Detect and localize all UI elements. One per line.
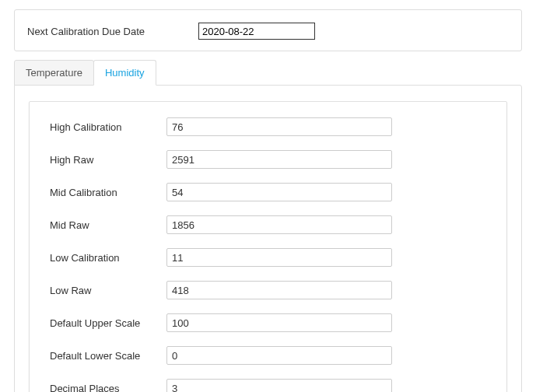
calibration-form-panel: High Calibration High Raw Mid Calibratio… bbox=[29, 101, 507, 392]
row-high-calibration: High Calibration bbox=[50, 117, 486, 136]
row-low-calibration: Low Calibration bbox=[50, 248, 486, 267]
input-mid-calibration[interactable] bbox=[166, 183, 392, 201]
label-low-raw: Low Raw bbox=[50, 285, 166, 296]
input-mid-raw[interactable] bbox=[166, 215, 392, 234]
input-low-raw[interactable] bbox=[166, 281, 392, 299]
row-low-raw: Low Raw bbox=[50, 281, 486, 299]
label-low-calibration: Low Calibration bbox=[50, 252, 166, 264]
tab-panel-humidity: High Calibration High Raw Mid Calibratio… bbox=[14, 85, 522, 392]
calibration-date-box: Next Calibration Due Date bbox=[14, 9, 522, 51]
label-high-calibration: High Calibration bbox=[50, 121, 166, 133]
input-decimal-places[interactable] bbox=[166, 379, 392, 392]
label-default-lower-scale: Default Lower Scale bbox=[50, 350, 166, 362]
row-default-lower-scale: Default Lower Scale bbox=[50, 346, 486, 365]
label-mid-calibration: Mid Calibration bbox=[50, 187, 166, 198]
input-low-calibration[interactable] bbox=[166, 248, 392, 267]
label-high-raw: High Raw bbox=[50, 154, 166, 166]
input-default-lower-scale[interactable] bbox=[166, 346, 392, 365]
label-mid-raw: Mid Raw bbox=[50, 219, 166, 231]
input-high-raw[interactable] bbox=[166, 150, 392, 169]
calibration-date-label: Next Calibration Due Date bbox=[27, 26, 198, 37]
input-high-calibration[interactable] bbox=[166, 117, 392, 136]
row-mid-raw: Mid Raw bbox=[50, 215, 486, 234]
row-mid-calibration: Mid Calibration bbox=[50, 183, 486, 201]
label-default-upper-scale: Default Upper Scale bbox=[50, 317, 166, 329]
tabs: Temperature Humidity bbox=[14, 60, 522, 86]
label-decimal-places: Decimal Places bbox=[50, 383, 166, 393]
row-high-raw: High Raw bbox=[50, 150, 486, 169]
tab-humidity[interactable]: Humidity bbox=[93, 60, 156, 86]
calibration-date-input[interactable] bbox=[198, 23, 315, 40]
input-default-upper-scale[interactable] bbox=[166, 313, 392, 332]
row-decimal-places: Decimal Places bbox=[50, 379, 486, 392]
tab-temperature[interactable]: Temperature bbox=[14, 60, 94, 86]
row-default-upper-scale: Default Upper Scale bbox=[50, 313, 486, 332]
